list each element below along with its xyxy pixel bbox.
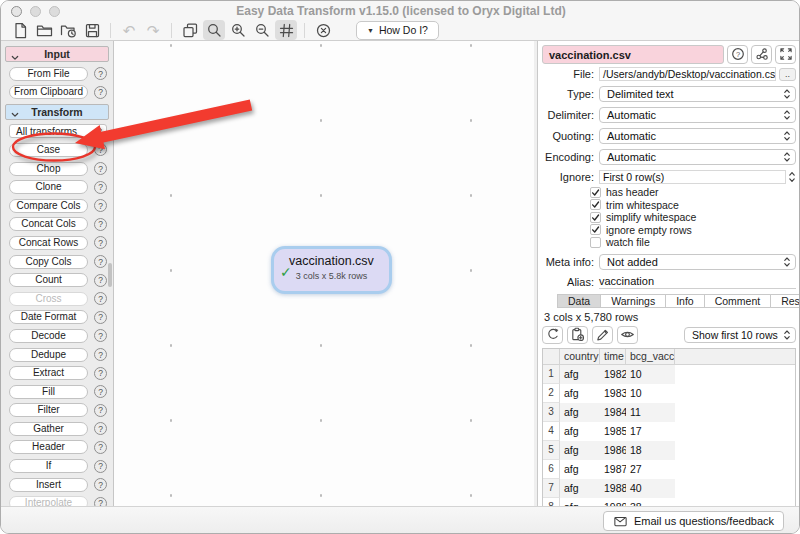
- sidebar-scrollbar-thumb[interactable]: [108, 263, 112, 287]
- help-icon[interactable]: ?: [94, 367, 107, 380]
- transform-button[interactable]: Decode: [9, 329, 88, 343]
- table-row[interactable]: 5 afg 1986 18: [543, 441, 795, 460]
- ignore-rows-field[interactable]: First 0 row(s): [599, 170, 786, 184]
- transform-button[interactable]: Interpolate: [9, 496, 88, 506]
- input-button[interactable]: From File: [9, 67, 88, 81]
- preview-button[interactable]: [617, 326, 638, 344]
- transform-button[interactable]: Filter: [9, 403, 88, 417]
- how-do-i-button[interactable]: ▼How Do I?: [356, 21, 439, 40]
- workspace-canvas[interactable]: vaccination.csv 3 cols x 5.8k rows ✓: [115, 41, 534, 506]
- save-button[interactable]: [81, 20, 103, 40]
- help-icon[interactable]: ?: [94, 329, 107, 342]
- checkbox[interactable]: [590, 199, 601, 210]
- input-section-header[interactable]: Input: [5, 46, 109, 62]
- tab[interactable]: Info: [665, 294, 705, 308]
- table-row[interactable]: 6 afg 1987 27: [543, 460, 795, 479]
- toggle-grid-button[interactable]: [275, 20, 297, 40]
- help-icon[interactable]: ?: [94, 385, 107, 398]
- dataset-node[interactable]: vaccination.csv 3 cols x 5.8k rows ✓: [271, 246, 392, 294]
- transform-button[interactable]: Insert: [9, 478, 88, 492]
- help-button[interactable]: ?: [727, 45, 748, 64]
- help-icon[interactable]: ?: [94, 348, 107, 361]
- ignore-stepper[interactable]: [788, 170, 796, 184]
- transform-filter-select[interactable]: All transforms: [9, 124, 107, 138]
- transform-button[interactable]: Chop: [9, 162, 88, 176]
- alias-field[interactable]: vaccination: [599, 275, 796, 289]
- help-icon[interactable]: ?: [94, 143, 107, 156]
- help-icon[interactable]: ?: [94, 218, 107, 231]
- help-icon[interactable]: ?: [94, 181, 107, 194]
- open-recent-button[interactable]: [57, 20, 79, 40]
- help-icon[interactable]: ?: [94, 404, 107, 417]
- copy-table-button[interactable]: [567, 326, 588, 344]
- table-row[interactable]: 2 afg 1983 10: [543, 384, 795, 403]
- help-icon[interactable]: ?: [94, 441, 107, 454]
- connections-button[interactable]: [751, 45, 772, 64]
- transform-button[interactable]: Compare Cols: [9, 199, 88, 213]
- help-icon[interactable]: ?: [94, 274, 107, 287]
- help-icon[interactable]: ?: [94, 422, 107, 435]
- encoding-select[interactable]: Automatic: [599, 149, 796, 165]
- tab[interactable]: Comment: [704, 294, 772, 308]
- edit-button[interactable]: [592, 326, 613, 344]
- transform-button[interactable]: Extract: [9, 366, 88, 380]
- transform-button[interactable]: Gather: [9, 422, 88, 436]
- zoom-out-button[interactable]: [251, 20, 273, 40]
- duplicate-button[interactable]: [179, 20, 201, 40]
- browse-file-button[interactable]: ..: [779, 68, 796, 81]
- help-icon[interactable]: ?: [94, 460, 107, 473]
- expand-panel-button[interactable]: [775, 45, 796, 64]
- meta-info-select[interactable]: Not added: [599, 254, 796, 270]
- help-icon[interactable]: ?: [94, 478, 107, 491]
- remove-item-button[interactable]: [312, 20, 334, 40]
- transform-button[interactable]: Concat Rows: [9, 236, 88, 250]
- transform-button[interactable]: Count: [9, 273, 88, 287]
- table-row[interactable]: 7 afg 1988 40: [543, 479, 795, 498]
- help-icon[interactable]: ?: [94, 236, 107, 249]
- column-header[interactable]: time: [600, 349, 626, 364]
- transform-button[interactable]: Clone: [9, 180, 88, 194]
- column-header[interactable]: bcg_vacc: [626, 349, 675, 364]
- file-path-field[interactable]: /Users/andyb/Desktop/vaccination.csv: [599, 67, 776, 81]
- open-file-button[interactable]: [33, 20, 55, 40]
- zoom-in-button[interactable]: [227, 20, 249, 40]
- redo-button[interactable]: ↷: [142, 20, 164, 40]
- table-row[interactable]: 3 afg 1984 11: [543, 403, 795, 422]
- help-icon[interactable]: ?: [94, 67, 107, 80]
- tab[interactable]: Results: [770, 294, 800, 308]
- help-icon[interactable]: ?: [94, 497, 107, 506]
- transform-button[interactable]: Header: [9, 440, 88, 454]
- checkbox[interactable]: [590, 237, 601, 248]
- transform-button[interactable]: Dedupe: [9, 348, 88, 362]
- help-icon[interactable]: ?: [94, 255, 107, 268]
- transform-button[interactable]: Case: [9, 143, 88, 157]
- delimiter-select[interactable]: Automatic: [599, 107, 796, 123]
- transform-button[interactable]: Concat Cols: [9, 217, 88, 231]
- transform-section-header[interactable]: Transform: [5, 104, 109, 120]
- refresh-button[interactable]: [542, 326, 563, 344]
- transform-button[interactable]: Cross: [9, 292, 88, 306]
- transform-button[interactable]: Date Format: [9, 310, 88, 324]
- checkbox[interactable]: [590, 187, 601, 198]
- input-button[interactable]: From Clipboard: [9, 85, 88, 99]
- transform-button[interactable]: If: [9, 459, 88, 473]
- transform-button[interactable]: Copy Cols: [9, 255, 88, 269]
- type-select[interactable]: Delimited text: [599, 86, 796, 102]
- help-icon[interactable]: ?: [94, 86, 107, 99]
- help-icon[interactable]: ?: [94, 311, 107, 324]
- table-row[interactable]: 8 afg 1989 38: [543, 498, 795, 507]
- rows-shown-select[interactable]: Show first 10 rows: [684, 327, 796, 343]
- transform-button[interactable]: Fill: [9, 385, 88, 399]
- checkbox[interactable]: [590, 212, 601, 223]
- help-icon[interactable]: ?: [94, 199, 107, 212]
- tab[interactable]: Warnings: [600, 294, 666, 308]
- zoom-tool-button[interactable]: [203, 20, 225, 40]
- help-icon[interactable]: ?: [94, 292, 107, 305]
- column-header[interactable]: country: [560, 349, 600, 364]
- help-icon[interactable]: ?: [94, 162, 107, 175]
- table-row[interactable]: 4 afg 1985 17: [543, 422, 795, 441]
- quoting-select[interactable]: Automatic: [599, 128, 796, 144]
- table-row[interactable]: 1 afg 1982 10: [543, 365, 795, 384]
- new-file-button[interactable]: [9, 20, 31, 40]
- undo-button[interactable]: ↶: [118, 20, 140, 40]
